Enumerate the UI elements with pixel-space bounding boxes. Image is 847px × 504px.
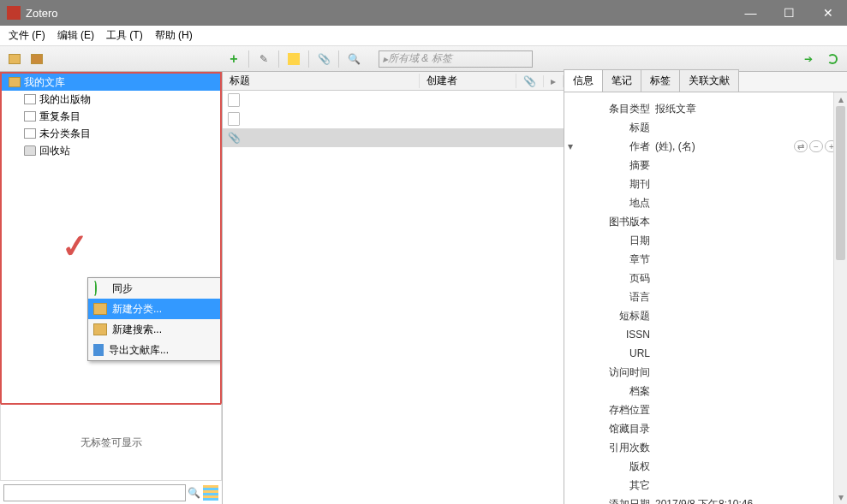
field-pages[interactable]: 页码 [564,269,844,288]
ctx-label: 新建分类... [112,302,162,317]
search-input[interactable]: ▸ 所有域 & 标签 [379,50,533,68]
field-url[interactable]: URL [564,344,844,363]
tab-info[interactable]: 信息 [564,69,603,92]
attachment-icon: 📎 [228,131,240,145]
col-title[interactable]: 标题 [223,74,420,88]
field-author[interactable]: ▾作者(姓), (名) ⇄−+ [564,137,844,156]
scroll-thumb[interactable] [836,106,845,260]
info-panel: 条目类型报纸文章 标题 ▾作者(姓), (名) ⇄−+ 摘要 期刊 地点 图书版… [564,92,847,504]
menu-edit[interactable]: 编辑 (E) [52,27,99,44]
toolbar: + ✎ 📎 🔍 ▸ 所有域 & 标签 ➔ [0,46,847,72]
tree-label: 未分类条目 [39,127,91,141]
unfiled-icon [24,128,36,139]
tab-tags[interactable]: 标签 [641,69,680,92]
minimize-button[interactable]: ― [731,0,770,26]
page-icon [24,94,36,104]
field-abstract[interactable]: 摘要 [564,156,844,175]
menu-help[interactable]: 帮助 (H) [150,27,198,44]
tag-filter-input[interactable] [3,484,186,501]
tree-trash[interactable]: 回收站 [2,142,220,159]
item-row[interactable] [223,91,564,110]
tree-my-library[interactable]: 我的文库 [2,74,220,91]
tag-color-icon[interactable] [203,485,218,501]
tree-duplicate-items[interactable]: 重复条目 [2,108,220,125]
scrollbar[interactable]: ▴ ▾ [833,92,847,504]
items-pane: 标题 创建者 📎 ▸ 📎 [223,72,564,504]
menu-tools[interactable]: 工具 (T) [101,27,148,44]
annotation-checkmark: ✓ [60,227,91,267]
locate-button[interactable]: ➔ [799,50,818,68]
field-issn[interactable]: ISSN [564,325,844,344]
context-menu: 同步 新建分类... 新建搜索... 导出文献库... [87,277,222,361]
advanced-search-button[interactable]: 🔍 [344,50,363,68]
library-tree[interactable]: 我的文库 我的出版物 重复条目 未分类条目 回收站 [0,72,222,403]
field-short-title[interactable]: 短标题 [564,306,844,325]
trash-icon [24,145,36,156]
new-library-button[interactable] [27,50,46,68]
field-loc-archive[interactable]: 存档位置 [564,400,844,419]
tree-label: 重复条目 [39,110,81,124]
titlebar: Zotero ― ☐ ✕ [0,0,847,26]
minus-button[interactable]: − [809,140,823,152]
field-rights[interactable]: 版权 [564,457,844,476]
field-citations[interactable]: 引用次数 [564,438,844,457]
field-catalog[interactable]: 馆藏目录 [564,419,844,438]
folder-icon [9,77,21,87]
duplicate-icon [24,111,36,122]
tree-unfiled-items[interactable]: 未分类条目 [2,125,220,142]
attachment-button[interactable]: 📎 [314,50,333,68]
field-extra[interactable]: 其它 [564,476,844,495]
item-row[interactable]: 📎 [223,128,564,147]
ctx-label: 新建搜索... [112,323,162,337]
field-section[interactable]: 章节 [564,250,844,269]
items-header: 标题 创建者 📎 ▸ [223,72,564,91]
tag-filter-bar: 🔍 [0,480,222,504]
scroll-down-icon[interactable]: ▾ [834,490,847,504]
item-row[interactable] [223,110,564,128]
ctx-new-search[interactable]: 新建搜索... [88,319,222,340]
search-placeholder: 所有域 & 标签 [388,51,452,66]
new-collection-button[interactable] [5,50,24,68]
folder-icon [93,303,107,315]
swap-button[interactable]: ⇄ [794,140,808,152]
new-item-button[interactable]: + [224,50,243,68]
tab-notes[interactable]: 笔记 [602,69,641,92]
field-place[interactable]: 地点 [564,193,844,212]
tree-my-publications[interactable]: 我的出版物 [2,91,220,108]
maximize-button[interactable]: ☐ [770,0,808,26]
close-button[interactable]: ✕ [808,0,847,26]
scroll-up-icon[interactable]: ▴ [834,92,847,106]
field-date[interactable]: 日期 [564,231,844,250]
tab-related[interactable]: 关联文献 [679,69,739,92]
ctx-new-collection[interactable]: 新建分类... [88,299,222,319]
field-publication[interactable]: 期刊 [564,175,844,193]
app-icon [7,6,21,20]
field-language[interactable]: 语言 [564,288,844,306]
new-note-button[interactable] [284,50,303,68]
col-menu[interactable]: ▸ [544,75,564,87]
field-title[interactable]: 标题 [564,118,844,137]
col-creator[interactable]: 创建者 [420,74,516,88]
ctx-label: 导出文献库... [109,343,169,358]
menu-file[interactable]: 文件 (F) [3,27,51,44]
tree-label: 我的出版物 [39,92,91,107]
tree-label: 我的文库 [24,75,65,90]
tags-empty-text: 无标签可显示 [81,436,142,450]
tree-label: 回收站 [39,144,70,158]
document-icon [228,93,240,107]
left-pane: 我的文库 我的出版物 重复条目 未分类条目 回收站 [0,72,223,504]
ctx-export-library[interactable]: 导出文献库... [88,340,222,360]
wand-button[interactable]: ✎ [254,50,273,68]
ctx-sync[interactable]: 同步 [88,278,222,299]
ctx-label: 同步 [112,282,133,296]
window-title: Zotero [26,7,731,20]
export-icon [93,344,104,356]
col-attachment[interactable]: 📎 [516,75,544,87]
field-accessed[interactable]: 访问时间 [564,363,844,382]
field-edition[interactable]: 图书版本 [564,212,844,231]
sync-button[interactable] [823,50,842,68]
search-icon[interactable]: 🔍 [186,487,201,499]
document-icon [228,112,240,126]
field-item-type[interactable]: 条目类型报纸文章 [564,99,844,118]
field-archive[interactable]: 档案 [564,382,844,400]
